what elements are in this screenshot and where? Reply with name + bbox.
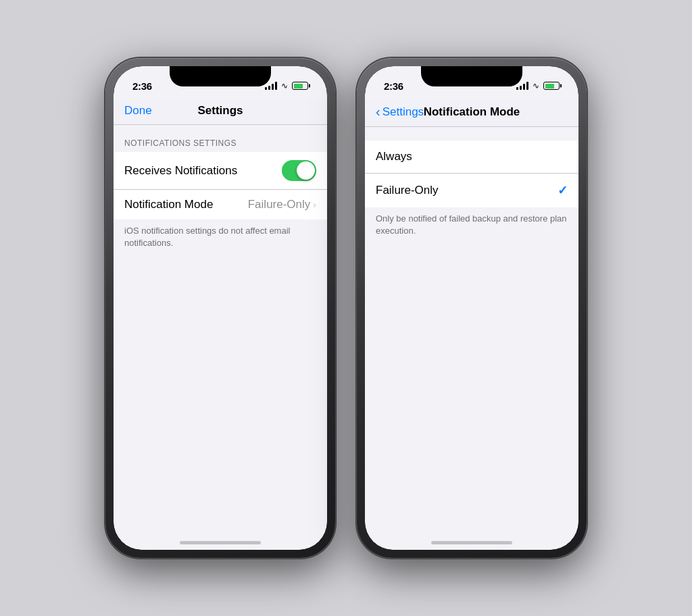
back-button[interactable]: ‹ Settings [376, 104, 424, 120]
receives-notifications-row[interactable]: Receives Notifications [114, 152, 327, 190]
nav-title: Settings [197, 104, 243, 118]
notch-right [421, 66, 522, 86]
always-label: Always [376, 150, 412, 163]
footer-note: iOS notification settings do not affect … [114, 220, 327, 257]
nav-bar: Done Settings [114, 99, 327, 125]
signal-icon-right [516, 82, 528, 90]
always-option[interactable]: Always [365, 140, 578, 174]
status-time: 2:36 [132, 80, 152, 92]
nav-bar-right: ‹ Settings Notification Mode [365, 99, 578, 127]
toggle-switch[interactable] [282, 160, 316, 181]
notification-mode-value: Failure-Only › [248, 198, 316, 211]
toggle-knob [297, 161, 315, 180]
right-phone: 2:36 ∿ ‹ Set [357, 58, 587, 558]
chevron-icon: › [313, 199, 316, 210]
checkmark-icon: ✓ [558, 183, 568, 198]
content-area-right: Always Failure-Only ✓ Only be notified o… [365, 127, 578, 550]
home-indicator-right [431, 541, 512, 544]
phone-screen-area: 2:36 ∿ Done Settings [114, 66, 327, 550]
phone-screen-right: 2:36 ∿ ‹ Set [365, 66, 578, 550]
chevron-back-icon: ‹ [376, 104, 380, 120]
notification-mode-label: Notification Mode [124, 198, 213, 211]
settings-list: Receives Notifications Notification Mode… [114, 152, 327, 220]
home-indicator [180, 541, 261, 544]
status-time-right: 2:36 [384, 80, 403, 92]
failure-only-option[interactable]: Failure-Only ✓ [365, 174, 578, 207]
notch [170, 66, 271, 86]
notification-mode-list: Always Failure-Only ✓ Only be notified o… [365, 140, 578, 245]
nav-title-right: Notification Mode [424, 105, 520, 119]
toggle-label: Receives Notifications [124, 164, 237, 178]
battery-icon-right [543, 82, 560, 90]
battery-icon [292, 82, 308, 90]
failure-only-label: Failure-Only [376, 184, 439, 197]
signal-icon [265, 82, 277, 90]
status-icons-right: ∿ [516, 81, 560, 91]
wifi-icon-right: ∿ [533, 81, 539, 91]
failure-only-footer: Only be notified of failed backup and re… [365, 207, 578, 245]
wifi-icon: ∿ [281, 81, 288, 91]
content-area: NOTIFICATIONS SETTINGS Receives Notifica… [114, 125, 327, 550]
status-icons: ∿ [265, 81, 308, 91]
phone-screen: 2:36 ∿ Done Settings [114, 66, 327, 550]
notification-mode-row[interactable]: Notification Mode Failure-Only › [114, 190, 327, 220]
section-header: NOTIFICATIONS SETTINGS [114, 125, 327, 152]
phone-screen-area-right: 2:36 ∿ ‹ Set [365, 66, 578, 550]
done-button[interactable]: Done [124, 104, 152, 118]
left-phone: 2:36 ∿ Done Settings [105, 58, 335, 558]
